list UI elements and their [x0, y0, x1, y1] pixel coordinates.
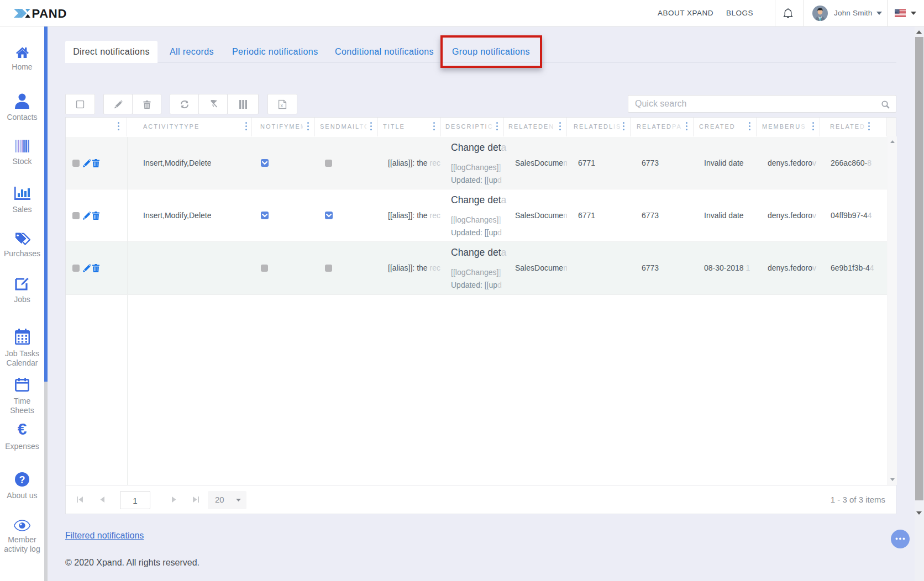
- svg-text:PAND: PAND: [32, 9, 67, 18]
- svg-text:x: x: [281, 103, 284, 108]
- svg-text:?: ?: [19, 474, 25, 485]
